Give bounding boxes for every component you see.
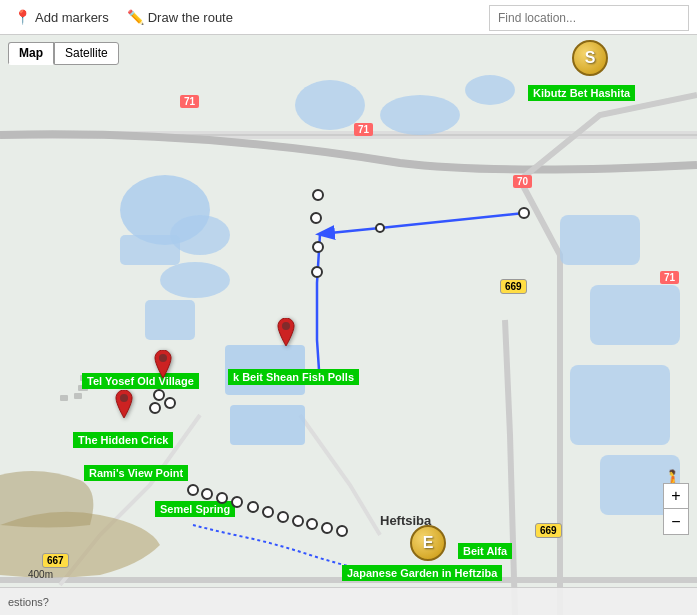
map-pin-tel-yosef[interactable]: [151, 350, 175, 390]
find-location-input[interactable]: [489, 5, 689, 31]
svg-rect-12: [590, 285, 680, 345]
label-beit-alfa: Beit Alfa: [458, 543, 512, 559]
label-japanese-garden: Japanese Garden in Heftziba: [342, 565, 502, 581]
map-type-tabs: Map Satellite: [8, 42, 119, 65]
pencil-icon: ✏️: [127, 9, 144, 25]
svg-point-6: [160, 262, 230, 298]
elevation-label: 400m: [28, 569, 53, 580]
svg-rect-23: [74, 393, 82, 399]
bottom-bar: estions?: [0, 587, 697, 615]
add-markers-button[interactable]: 📍 Add markers: [10, 7, 113, 27]
route-circle-18: [336, 525, 348, 537]
toolbar: 📍 Add markers ✏️ Draw the route: [0, 0, 697, 35]
road-badge-667: 667: [42, 553, 69, 568]
pin-icon: 📍: [14, 9, 31, 25]
tab-map[interactable]: Map: [8, 42, 54, 65]
svg-rect-13: [570, 365, 670, 445]
route-circle-5: [153, 389, 165, 401]
svg-rect-11: [560, 215, 640, 265]
route-circle-12: [247, 501, 259, 513]
svg-rect-7: [145, 300, 195, 340]
road-badge-669b: 669: [535, 523, 562, 538]
svg-point-29: [120, 394, 128, 402]
svg-point-25: [519, 208, 529, 218]
svg-rect-22: [60, 395, 68, 401]
zoom-out-button[interactable]: −: [663, 509, 689, 535]
road-badge-70: 70: [513, 175, 532, 188]
route-circle-11: [231, 496, 243, 508]
route-circle-13: [262, 506, 274, 518]
route-circle-10: [216, 492, 228, 504]
svg-point-28: [282, 322, 290, 330]
tab-satellite[interactable]: Satellite: [54, 42, 119, 65]
svg-point-26: [376, 224, 384, 232]
start-marker-s: S: [572, 40, 608, 76]
draw-route-button[interactable]: ✏️ Draw the route: [123, 7, 237, 27]
svg-point-27: [159, 354, 167, 362]
label-tel-yosef: Tel Yosef Old Village: [82, 373, 199, 389]
zoom-in-button[interactable]: +: [663, 483, 689, 509]
road-badge-71c: 71: [660, 271, 679, 284]
svg-point-9: [380, 95, 460, 135]
map-container: 📍 Add markers ✏️ Draw the route Map Sate…: [0, 0, 697, 615]
road-badge-71a: 71: [180, 95, 199, 108]
end-marker-e: E: [410, 525, 446, 561]
svg-rect-16: [230, 405, 305, 445]
zoom-controls: + −: [663, 483, 689, 535]
route-circle-17: [321, 522, 333, 534]
svg-rect-5: [120, 235, 180, 265]
route-circle-1: [312, 189, 324, 201]
route-circle-6: [164, 397, 176, 409]
road-badge-669a: 669: [500, 279, 527, 294]
svg-point-10: [465, 75, 515, 105]
map-pin-hidden-crick[interactable]: [112, 390, 136, 430]
label-kibutz: Kibutz Bet Hashita: [528, 85, 635, 101]
questions-text: estions?: [8, 596, 49, 608]
label-ramis-view: Rami's View Point: [84, 465, 188, 481]
route-circle-2: [310, 212, 322, 224]
map-background: [0, 35, 697, 615]
route-circle-16: [306, 518, 318, 530]
route-circle-9: [201, 488, 213, 500]
route-circle-3: [312, 241, 324, 253]
route-circle-8: [187, 484, 199, 496]
label-hidden-crick: The Hidden Crick: [73, 432, 173, 448]
route-circle-4: [311, 266, 323, 278]
map-pin-beit-shean[interactable]: [274, 318, 298, 358]
route-circle-7: [149, 402, 161, 414]
route-circle-14: [277, 511, 289, 523]
label-beit-shean: k Beit Shean Fish Polls: [228, 369, 359, 385]
route-circle-15: [292, 515, 304, 527]
road-badge-71b: 71: [354, 123, 373, 136]
